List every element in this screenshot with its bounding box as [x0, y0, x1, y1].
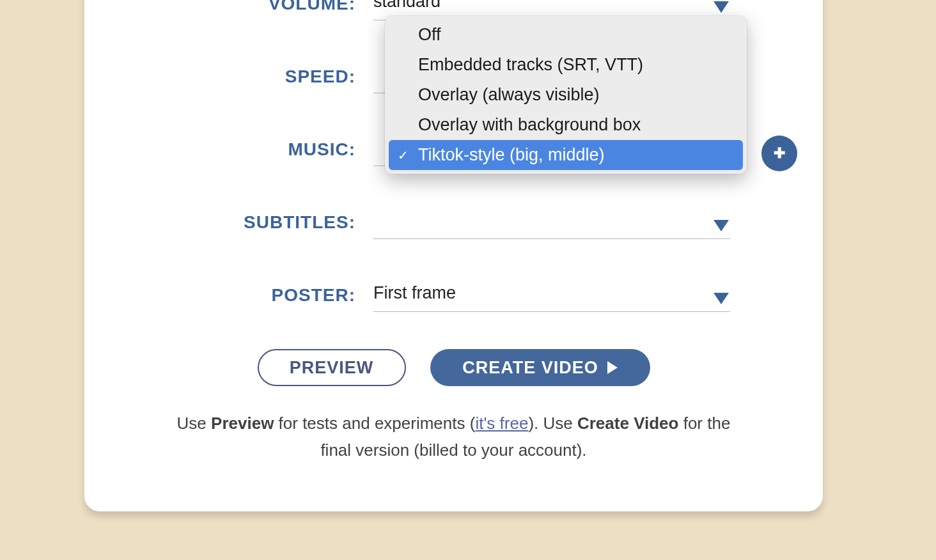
poster-value: First frame	[373, 279, 730, 312]
play-icon	[607, 361, 618, 374]
subtitles-option-embedded[interactable]: Embedded tracks (SRT, VTT)	[389, 50, 743, 80]
poster-row: POSTER: First frame	[84, 279, 823, 312]
chevron-down-icon	[714, 1, 729, 13]
chevron-down-icon	[714, 293, 729, 304]
subtitles-dropdown[interactable]: Off Embedded tracks (SRT, VTT) Overlay (…	[385, 16, 747, 174]
add-music-button[interactable]: ✚	[761, 136, 797, 171]
subtitles-option-off[interactable]: Off	[389, 20, 743, 50]
speed-label: SPEED:	[84, 66, 373, 87]
its-free-link[interactable]: it's free	[475, 414, 528, 433]
preview-button-label: PREVIEW	[290, 358, 374, 378]
create-video-button[interactable]: CREATE VIDEO	[430, 349, 650, 386]
create-video-button-label: CREATE VIDEO	[462, 358, 598, 378]
plus-icon: ✚	[774, 145, 785, 162]
subtitles-select[interactable]	[373, 206, 730, 239]
poster-select[interactable]: First frame	[373, 279, 730, 312]
volume-label: VOLUME:	[84, 0, 373, 14]
subtitles-option-overlay-box[interactable]: Overlay with background box	[389, 110, 743, 140]
poster-label: POSTER:	[84, 285, 373, 306]
check-icon: ✓	[398, 148, 409, 163]
subtitles-value	[373, 206, 730, 239]
settings-card: VOLUME: standard SPEED: MUSIC: ✚ SUBTITL…	[84, 0, 823, 511]
subtitles-label: SUBTITLES:	[84, 212, 373, 233]
subtitles-row: SUBTITLES:	[84, 206, 823, 239]
hint-text: Use Preview for tests and experiments (i…	[84, 410, 823, 463]
music-label: MUSIC:	[84, 139, 373, 160]
subtitles-option-overlay[interactable]: Overlay (always visible)	[389, 80, 743, 110]
subtitles-option-tiktok[interactable]: ✓ Tiktok-style (big, middle)	[389, 140, 743, 170]
preview-button[interactable]: PREVIEW	[258, 349, 406, 386]
chevron-down-icon	[714, 220, 729, 231]
action-buttons: PREVIEW CREATE VIDEO	[84, 349, 823, 386]
